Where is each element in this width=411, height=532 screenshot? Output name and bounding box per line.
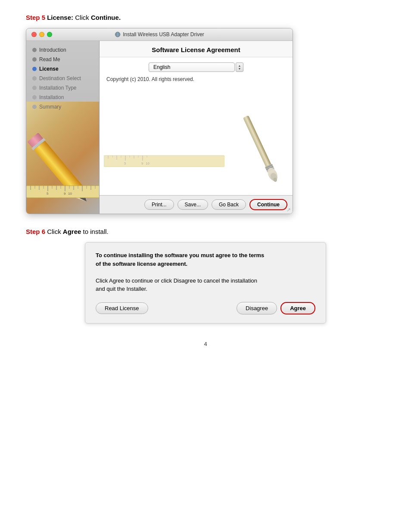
sidebar-item-destination[interactable]: Destination Select — [26, 74, 99, 83]
step6-heading-text: Click Agree to install. — [47, 228, 109, 235]
sidebar-item-insttype[interactable]: Installation Type — [26, 83, 99, 93]
copyright-text: Copyright (c) 2010. All rights reserved. — [106, 76, 286, 82]
maximize-button[interactable] — [47, 32, 52, 37]
svg-text:9: 9 — [64, 192, 66, 196]
minimize-button[interactable] — [39, 32, 44, 37]
sidebar-label-introduction: Introduction — [39, 47, 66, 53]
language-selector: English ▲ ▼ — [106, 62, 286, 72]
dot-icon — [32, 67, 37, 71]
page-number: 4 — [26, 341, 385, 347]
disagree-button[interactable]: Disagree — [237, 302, 277, 314]
sidebar-label-insttype: Installation Type — [39, 85, 77, 91]
svg-rect-12 — [26, 186, 100, 198]
svg-text:9: 9 — [141, 162, 143, 165]
continue-button[interactable]: Continue — [249, 199, 287, 210]
dialog-right-buttons: Disagree Agree — [237, 302, 315, 314]
sidebar-item-summary[interactable]: Summary — [26, 102, 99, 112]
read-license-button[interactable]: Read License — [96, 302, 148, 314]
dot-icon — [32, 76, 37, 81]
sidebar-label-destination: Destination Select — [39, 75, 81, 81]
globe-icon — [115, 31, 121, 37]
go-back-button[interactable]: Go Back — [212, 199, 246, 210]
dialog-buttons: Read License Disagree Agree — [96, 302, 315, 314]
traffic-lights — [31, 32, 52, 37]
svg-text:5: 5 — [47, 192, 49, 196]
print-button[interactable]: Print... — [144, 199, 174, 210]
sidebar-label-summary: Summary — [39, 104, 61, 110]
dialog-line1: To continue installing the software you … — [96, 252, 264, 258]
dialog-line2: of the software license agreement. — [96, 261, 187, 267]
window-footer: Print... Save... Go Back Continue ↗ — [100, 195, 293, 214]
sidebar-label-installation: Installation — [39, 94, 64, 100]
svg-rect-41 — [104, 156, 224, 167]
step5-heading-text: License: Click Continue. — [47, 14, 121, 21]
sidebar-label-license: License — [39, 66, 59, 72]
dot-icon — [32, 57, 37, 62]
close-button[interactable] — [31, 32, 37, 37]
content-title: Software License Agreement — [100, 41, 293, 57]
agree-dialog: To continue installing the software you … — [85, 242, 326, 324]
window-title-text: Install Wireless USB Adapter Driver — [123, 31, 204, 37]
titlebar: Install Wireless USB Adapter Driver — [26, 28, 293, 41]
step6-section: Step 6 Click Agree to install. To contin… — [26, 227, 385, 324]
step5-label: Step 5 — [26, 14, 45, 21]
sidebar-label-readme: Read Me — [39, 56, 60, 62]
dot-icon — [32, 105, 37, 109]
dialog-line3: Click Agree to continue or click Disagre… — [96, 277, 315, 285]
dialog-line4: and quit the Installer. — [96, 285, 315, 293]
language-dropdown[interactable]: English — [149, 62, 235, 72]
svg-text:5: 5 — [124, 162, 126, 165]
step6-label: Step 6 — [26, 228, 45, 235]
dot-icon — [32, 48, 37, 52]
sidebar: Introduction Read Me License Destination… — [26, 41, 100, 214]
resize-handle-icon: ↗ — [286, 207, 291, 213]
main-content: Software License Agreement English ▲ ▼ C… — [100, 41, 293, 214]
paintbrush-illustration — [232, 105, 288, 191]
ruler-illustration: 5 9 10 — [26, 184, 100, 201]
ruler-in-content: 5 9 10 — [104, 154, 224, 169]
window-title: Install Wireless USB Adapter Driver — [115, 31, 204, 37]
dot-icon — [32, 86, 37, 90]
svg-text:10: 10 — [68, 192, 72, 196]
dot-icon — [32, 95, 37, 100]
window-body: Introduction Read Me License Destination… — [26, 41, 293, 214]
agree-button[interactable]: Agree — [280, 302, 315, 314]
dropdown-arrow-icon[interactable]: ▲ ▼ — [236, 62, 243, 72]
svg-rect-34 — [243, 115, 272, 169]
dialog-text-block: To continue installing the software you … — [96, 251, 315, 293]
content-body: English ▲ ▼ Copyright (c) 2010. All righ… — [100, 57, 293, 195]
svg-text:10: 10 — [146, 162, 149, 165]
sidebar-item-installation[interactable]: Installation — [26, 93, 99, 102]
sidebar-item-introduction[interactable]: Introduction — [26, 45, 99, 55]
save-button[interactable]: Save... — [177, 199, 208, 210]
sidebar-item-license[interactable]: License — [26, 64, 99, 74]
sidebar-item-readme[interactable]: Read Me — [26, 55, 99, 64]
installer-window: Install Wireless USB Adapter Driver Intr… — [26, 28, 293, 214]
